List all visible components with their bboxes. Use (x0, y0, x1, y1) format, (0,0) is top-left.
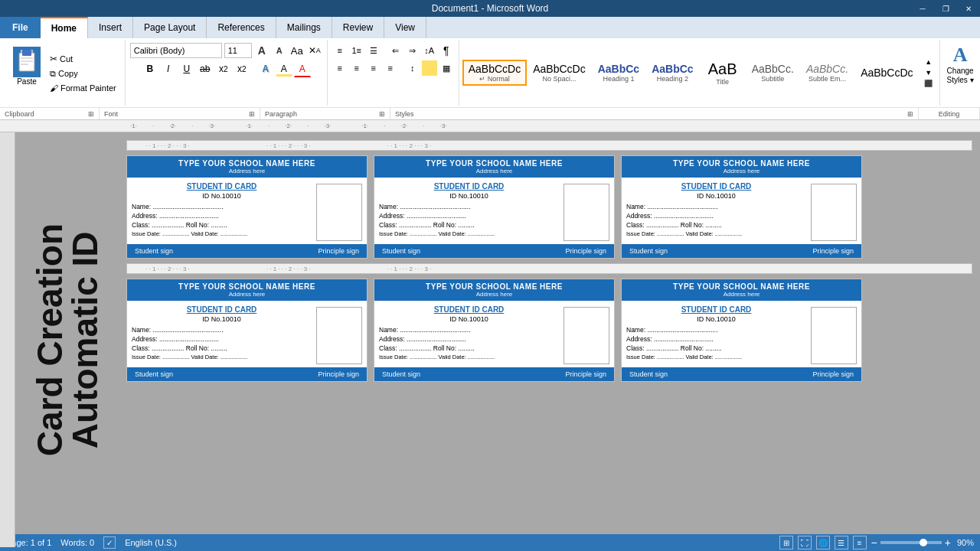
tab-review[interactable]: Review (332, 17, 384, 38)
font-color-button[interactable]: A (294, 60, 311, 77)
ribbon-group-labels: Clipboard ⊞ Font ⊞ Paragraph ⊞ Styles ⊞ … (0, 107, 980, 119)
card-6-body: STUDENT ID CARD ID No.10010 Name: ......… (622, 301, 861, 367)
change-case-button[interactable]: Aa (289, 43, 305, 58)
card-4-body: STUDENT ID CARD ID No.10010 Name: ......… (127, 301, 367, 367)
outline-button[interactable]: ☰ (835, 536, 848, 549)
superscript-button[interactable]: x2 (234, 60, 250, 77)
language[interactable]: English (U.S.) (125, 538, 177, 547)
align-left-button[interactable]: ≡ (332, 60, 348, 76)
minimize-button[interactable]: ─ (911, 0, 934, 17)
draft-button[interactable]: ≡ (853, 536, 867, 549)
strikethrough-button[interactable]: ab (197, 60, 214, 77)
font-shrink-button[interactable]: A (272, 43, 287, 58)
tab-file[interactable]: File (0, 17, 41, 38)
clear-formatting-button[interactable]: ✕A (307, 43, 322, 58)
zoom-out-button[interactable]: − (871, 536, 877, 549)
svg-rect-5 (21, 64, 28, 65)
cards-row-1: TYPE YOUR SCHOOL NAME HERE Address here … (126, 155, 972, 259)
cards-container: · · 1 · · · 2 · · · 3 · · · 1 · · · 2 · … (119, 132, 980, 547)
bold-button[interactable]: B (142, 60, 158, 77)
line-spacing-button[interactable]: ↕ (405, 60, 420, 76)
card-1-footer: Student sign Principle sign (127, 244, 367, 258)
card-4-info: STUDENT ID CARD ID No.10010 Name: ......… (132, 305, 312, 364)
card-1-body: STUDENT ID CARD ID No.10010 Name: ......… (127, 178, 367, 244)
styles-scroll-down[interactable]: ▼ (921, 67, 936, 78)
increase-indent-button[interactable]: ⇒ (405, 43, 420, 58)
show-formatting-button[interactable]: ¶ (439, 43, 454, 58)
tab-references[interactable]: References (207, 17, 276, 38)
align-center-button[interactable]: ≡ (349, 60, 364, 76)
styles-more-button[interactable]: ⬛ (921, 78, 936, 89)
tab-bar: File Home Insert Page Layout References … (0, 17, 980, 38)
zoom-handle[interactable] (920, 539, 927, 546)
align-right-button[interactable]: ≡ (366, 60, 381, 76)
print-layout-button[interactable]: ⊞ (779, 536, 793, 549)
tab-mailings[interactable]: Mailings (276, 17, 332, 38)
zoom-level[interactable]: 90% (957, 538, 974, 547)
list-row: ≡ 1≡ ☰ ⇐ ⇒ ↕A ¶ (332, 43, 454, 58)
font-label: Font ⊞ (100, 108, 260, 119)
copy-button[interactable]: ⧉ Copy (46, 67, 120, 80)
cut-button[interactable]: ✂ Cut (46, 52, 120, 66)
shading-button[interactable] (422, 60, 437, 76)
tab-page-layout[interactable]: Page Layout (133, 17, 207, 38)
style-normal[interactable]: AaBbCcDc ↵ Normal (462, 60, 527, 86)
style-title[interactable]: AaB Title (700, 57, 746, 89)
format-painter-button[interactable]: 🖌 Format Painter (46, 82, 120, 94)
card-2-info: STUDENT ID CARD ID No.10010 Name: ......… (379, 182, 559, 241)
highlight-button[interactable]: A (276, 60, 292, 77)
font-name-input[interactable] (130, 43, 222, 58)
paste-button[interactable]: Paste (8, 43, 46, 103)
tab-insert[interactable]: Insert (88, 17, 133, 38)
tab-view[interactable]: View (384, 17, 426, 38)
style-subtitle[interactable]: AaBbCc. Subtitle (746, 60, 800, 86)
zoom-controls: − + 90% (871, 536, 974, 549)
close-button[interactable]: ✕ (957, 0, 980, 17)
border-button[interactable]: ▦ (439, 60, 454, 76)
paste-label: Paste (17, 77, 37, 86)
multilevel-list-button[interactable]: ☰ (366, 43, 381, 58)
window-controls: ─ ❐ ✕ (911, 0, 980, 17)
web-layout-button[interactable]: 🌐 (816, 536, 830, 549)
styles-group: AaBbCcDc ↵ Normal AaBbCcDc No Spaci... A… (459, 40, 940, 106)
zoom-slider[interactable] (880, 541, 942, 544)
card-4-header: TYPE YOUR SCHOOL NAME HERE Address here (127, 279, 367, 301)
subscript-button[interactable]: x2 (215, 60, 232, 77)
change-styles-icon: A (953, 44, 968, 67)
watermark: Automatic ID Card Creation (15, 132, 119, 547)
card-1-info: STUDENT ID CARD ID No.10010 Name: ......… (132, 182, 312, 241)
full-screen-button[interactable]: ⛶ (798, 536, 812, 549)
numbering-button[interactable]: 1≡ (349, 43, 364, 58)
left-margin (0, 132, 15, 547)
font-selector-row: A A Aa ✕A (130, 43, 322, 58)
change-styles-button[interactable]: A ChangeStyles ▾ (940, 40, 980, 106)
justify-button[interactable]: ≡ (383, 60, 398, 76)
alignment-row: ≡ ≡ ≡ ≡ ↕ ▦ (332, 60, 454, 76)
font-size-input[interactable] (224, 43, 252, 58)
sort-button[interactable]: ↕A (422, 43, 437, 58)
styles-scroll-up[interactable]: ▲ (921, 57, 936, 67)
decrease-indent-button[interactable]: ⇐ (388, 43, 403, 58)
text-effect-button[interactable]: A (257, 60, 274, 77)
clipboard-label: Clipboard ⊞ (0, 108, 100, 119)
bullets-button[interactable]: ≡ (332, 43, 348, 58)
font-grow-button[interactable]: A (254, 43, 270, 58)
svg-rect-2 (22, 50, 31, 56)
italic-button[interactable]: I (160, 60, 177, 77)
style-heading1[interactable]: AaBbCc Heading 1 (592, 60, 645, 86)
tab-home[interactable]: Home (41, 17, 88, 38)
restore-button[interactable]: ❐ (934, 0, 957, 17)
style-no-spacing[interactable]: AaBbCcDc No Spaci... (527, 60, 591, 86)
style-heading2[interactable]: AaBbCc Heading 2 (645, 60, 699, 86)
card-4-photo (316, 307, 362, 364)
underline-button[interactable]: U (178, 60, 195, 77)
spell-check-icon[interactable]: ✓ (103, 536, 116, 549)
card-6-header: TYPE YOUR SCHOOL NAME HERE Address here (622, 279, 861, 301)
ruler-content: ·1···2···3· ·1···2···3· ·1···2···3· (127, 120, 980, 132)
card-5-body: STUDENT ID CARD ID No.10010 Name: ......… (374, 301, 614, 367)
zoom-in-button[interactable]: + (945, 536, 951, 549)
style-subtle-em[interactable]: AaBbCc. Subtle Em... (800, 60, 854, 86)
scissors-icon: ✂ (50, 54, 57, 64)
style-more[interactable]: AaBbCcDc (854, 64, 919, 82)
id-card-1: TYPE YOUR SCHOOL NAME HERE Address here … (126, 155, 368, 259)
